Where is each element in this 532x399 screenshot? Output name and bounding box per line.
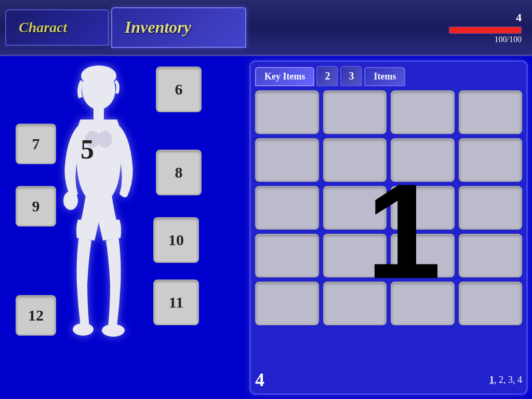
- inventory-bottom: 4 1, 2, 3, 4: [255, 370, 522, 389]
- inventory-cell-8[interactable]: [255, 186, 319, 230]
- tab-character-label: Charact: [19, 19, 67, 36]
- inventory-cell-4[interactable]: [255, 138, 319, 182]
- inventory-cell-6[interactable]: [391, 138, 455, 182]
- tab-character[interactable]: Charact: [5, 9, 109, 46]
- svg-point-4: [98, 131, 112, 148]
- grid-container: 1: [255, 90, 522, 372]
- tab-3[interactable]: 3: [340, 66, 362, 86]
- svg-point-1: [81, 65, 116, 86]
- tab-inventory-label: Inventory: [125, 18, 191, 37]
- page-4[interactable]: 4: [517, 375, 522, 385]
- inventory-cell-18[interactable]: [391, 282, 455, 325]
- bottom-number: 4: [255, 369, 264, 391]
- hp-number: 4: [516, 11, 522, 24]
- inventory-cell-0[interactable]: [255, 90, 319, 134]
- character-silhouette: [52, 61, 145, 352]
- inventory-grid: [255, 90, 522, 325]
- hp-bar-fill: [449, 27, 521, 33]
- character-panel: 5 6 7 8 9 10 11 12: [0, 56, 249, 399]
- inventory-panel: Key Items 2 3 Items 1: [249, 60, 528, 395]
- svg-rect-2: [94, 107, 104, 120]
- tab-inventory[interactable]: Inventory: [111, 7, 246, 48]
- inventory-cell-7[interactable]: [459, 138, 523, 182]
- page-1[interactable]: 1: [489, 375, 494, 385]
- inventory-cell-11[interactable]: [459, 186, 523, 230]
- hp-section: 4 100/100: [449, 11, 527, 44]
- equipment-slot-9[interactable]: 9: [16, 186, 56, 227]
- inventory-cell-9[interactable]: [323, 186, 387, 230]
- equipment-slot-10[interactable]: 10: [153, 217, 199, 263]
- top-bar: Charact Inventory 4 100/100: [0, 0, 532, 56]
- equipment-slot-6[interactable]: 6: [156, 66, 202, 112]
- tab-key-items[interactable]: Key Items: [255, 67, 314, 86]
- equipment-slot-12[interactable]: 12: [16, 295, 56, 336]
- svg-point-7: [102, 324, 125, 337]
- equipment-slot-11[interactable]: 11: [153, 280, 199, 325]
- page-2[interactable]: 2: [499, 375, 503, 385]
- inventory-tabs: Key Items 2 3 Items: [255, 66, 522, 86]
- main-content: 5 6 7 8 9 10 11 12: [0, 56, 532, 399]
- inventory-cell-13[interactable]: [323, 234, 387, 277]
- page-numbers: 1, 2, 3, 4: [489, 375, 522, 385]
- svg-point-6: [73, 323, 94, 336]
- inventory-cell-1[interactable]: [323, 90, 387, 134]
- inventory-cell-15[interactable]: [459, 234, 523, 277]
- inventory-cell-10[interactable]: [391, 186, 455, 230]
- svg-point-5: [63, 191, 78, 210]
- inventory-cell-14[interactable]: [391, 234, 455, 277]
- game-screen: Charact Inventory 4 100/100: [0, 0, 532, 399]
- inventory-cell-16[interactable]: [255, 282, 319, 325]
- inventory-cell-19[interactable]: [459, 282, 523, 325]
- tab-2[interactable]: 2: [316, 66, 338, 86]
- hp-text: 100/100: [495, 35, 522, 44]
- inventory-cell-12[interactable]: [255, 234, 319, 277]
- equipment-slot-7[interactable]: 7: [16, 124, 56, 164]
- inventory-cell-5[interactable]: [323, 138, 387, 182]
- character-number: 5: [81, 134, 94, 165]
- hp-bar-container: [449, 26, 522, 34]
- equipment-slot-8[interactable]: 8: [156, 150, 202, 195]
- tab-items[interactable]: Items: [364, 67, 405, 86]
- page-3[interactable]: 3: [508, 375, 513, 385]
- inventory-cell-2[interactable]: [391, 90, 455, 134]
- inventory-cell-3[interactable]: [459, 90, 523, 134]
- inventory-cell-17[interactable]: [323, 282, 387, 325]
